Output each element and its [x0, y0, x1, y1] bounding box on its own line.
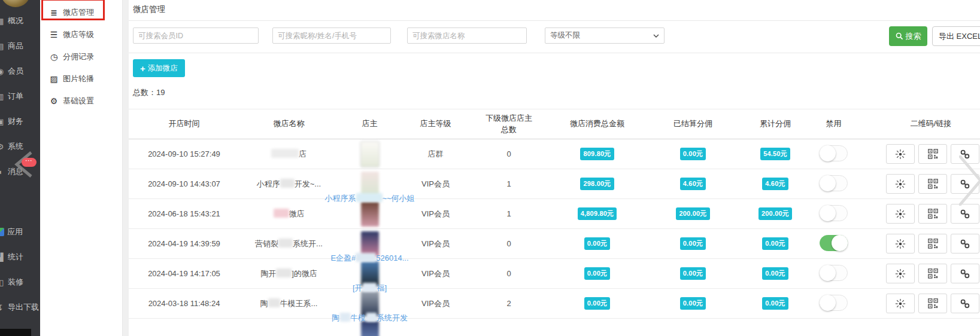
sidebar-item-apps[interactable]: 应用 [0, 226, 40, 238]
link-icon [960, 298, 970, 309]
export-excel-button[interactable]: 导出 EXCEL [932, 26, 980, 46]
owner-nickname-link[interactable]: E企盈#526014... [330, 253, 408, 264]
qrcode-button[interactable] [918, 294, 947, 313]
submenu-item-banner-carousel[interactable]: ▨图片轮播 [40, 72, 122, 85]
owner-nickname-link[interactable]: [开福] [353, 283, 387, 294]
qrcode-icon [928, 268, 938, 279]
sidebar-item-download[interactable]: ↧导出下载 [0, 301, 40, 313]
submenu-item-basic-settings[interactable]: ⚙基础设置 [40, 94, 122, 108]
shop-name-search-input[interactable] [407, 28, 527, 44]
add-shop-label: 添加微店 [148, 63, 178, 74]
censored-blur [274, 209, 289, 218]
sidebar-item-overview[interactable]: ▦概况 [0, 15, 40, 27]
column-header: 微店名称 [239, 118, 338, 130]
sidebar-item-messages[interactable]: ◖消息··· [0, 166, 40, 178]
user-avatar[interactable] [1, 0, 31, 7]
add-shop-button[interactable]: + 添加微店 [133, 59, 185, 77]
owner-cell: 小程序系~~何小姐 [338, 169, 401, 199]
censored-blur [268, 298, 280, 307]
disable-toggle[interactable] [820, 145, 848, 161]
shop-name: 微店 [239, 209, 338, 219]
qrcode-button[interactable] [918, 144, 947, 164]
miniprogram-code-button[interactable] [886, 144, 915, 164]
sidebar-item-finance[interactable]: ▣财务 [0, 115, 40, 127]
disable-toggle[interactable] [820, 175, 848, 191]
sub-shop-count: 0 [470, 149, 548, 158]
actions-cell [856, 204, 980, 224]
text-part: 小程序 [257, 179, 280, 188]
link-icon [960, 239, 970, 249]
qrcode-button[interactable] [918, 234, 947, 253]
censored-blur [363, 283, 377, 292]
sidebar-item-system[interactable]: ⚙系统 [0, 140, 40, 152]
miniprogram-code-button[interactable] [886, 234, 915, 253]
disable-toggle[interactable] [820, 205, 848, 221]
disable-toggle[interactable] [820, 265, 848, 281]
link-button[interactable] [951, 204, 979, 224]
toggle-knob [820, 145, 836, 161]
disable-toggle[interactable] [820, 295, 848, 311]
submenu-item-commission-record[interactable]: ◷分佣记录 [40, 50, 122, 63]
sidebar-item-label: 装修 [8, 277, 23, 288]
sidebar-item-goods[interactable]: ▤商品 [0, 40, 40, 52]
next-page-chevron-icon[interactable] [959, 155, 980, 206]
sub-shop-count: 1 [470, 209, 548, 218]
link-button[interactable] [951, 294, 979, 313]
bottom-dark-artifact [0, 329, 31, 336]
app-root: ▦概况▤商品◉会员▥订单▣财务⚙系统◖消息···应用▟统计◧装修↧导出下载 ≣微… [0, 0, 980, 336]
submenu-item-shop-level[interactable]: ☰微店等级 [40, 28, 122, 41]
banner-carousel-icon: ▨ [48, 74, 59, 84]
submenu-item-label: 图片轮播 [63, 74, 94, 84]
censored-blur [356, 253, 376, 262]
search-button[interactable]: 搜索 [889, 26, 927, 46]
level-filter-select[interactable]: 等级不限 [545, 28, 665, 44]
owner-search-input[interactable] [272, 28, 391, 44]
link-button[interactable] [951, 234, 979, 253]
shop-name: 店 [239, 149, 338, 160]
total-count: 总数：19 [133, 87, 165, 98]
miniprogram-code-button[interactable] [886, 294, 915, 313]
shop-level-icon: ☰ [48, 30, 59, 39]
disable-cell [811, 235, 856, 253]
qrcode-icon [928, 239, 938, 249]
total-consume-badge: 0.00元 [584, 237, 610, 250]
table-row: 2024-03-18 11:48:24陶牛模王系...陶牛模系统开发VIP会员2… [129, 289, 980, 319]
total-consume-cell: 0.00元 [548, 267, 647, 280]
column-header: 微店消费总金额 [548, 118, 647, 130]
sidebar-item-members[interactable]: ◉会员 [0, 65, 40, 77]
disable-cell [811, 265, 856, 283]
submenu-item-shop-manage[interactable]: ≣微店管理 [40, 6, 122, 19]
qrcode-button[interactable] [918, 264, 947, 283]
sidebar-item-decorate[interactable]: ◧装修 [0, 276, 40, 288]
text-part: [开 [353, 283, 363, 292]
qrcode-button[interactable] [918, 174, 947, 194]
sidebar-item-stats[interactable]: ▟统计 [0, 251, 40, 263]
sidebar-item-orders[interactable]: ▥订单 [0, 90, 40, 102]
member-id-search-input[interactable] [133, 28, 259, 44]
miniprogram-code-button[interactable] [886, 174, 915, 194]
cumulative-commission-cell: 0.00元 [739, 267, 811, 280]
censored-blur [271, 149, 299, 158]
miniprogram-code-icon [895, 298, 906, 309]
toggle-knob [820, 295, 836, 311]
miniprogram-code-button[interactable] [886, 204, 915, 224]
total-consume-badge: 0.00元 [584, 297, 610, 310]
owner-cell: E企盈#526014... [338, 229, 401, 259]
qrcode-button[interactable] [918, 204, 947, 224]
link-button[interactable] [951, 264, 979, 283]
sidebar-item-label: 系统 [8, 141, 23, 152]
owner-level: VIP会员 [401, 268, 470, 279]
miniprogram-code-button[interactable] [886, 264, 915, 283]
column-header: 开店时间 [129, 118, 239, 130]
disable-toggle[interactable] [820, 235, 848, 251]
owner-nickname-link[interactable]: 陶牛模系统开发 [332, 313, 408, 323]
column-header: 下级微店店主 总数 [470, 113, 548, 136]
owner-nickname-link[interactable]: 小程序系~~何小姐 [324, 193, 414, 204]
actions-cell [856, 294, 980, 313]
miniprogram-code-icon [895, 149, 906, 160]
plus-icon: + [140, 63, 145, 74]
cumulative-commission-badge: 0.00元 [762, 267, 788, 280]
table-row: 2024-04-19 14:39:59营销裂系统开...E企盈#526014..… [129, 229, 980, 259]
open-time: 2024-09-10 14:43:07 [129, 179, 239, 188]
cumulative-commission-cell: 0.00元 [739, 237, 811, 250]
